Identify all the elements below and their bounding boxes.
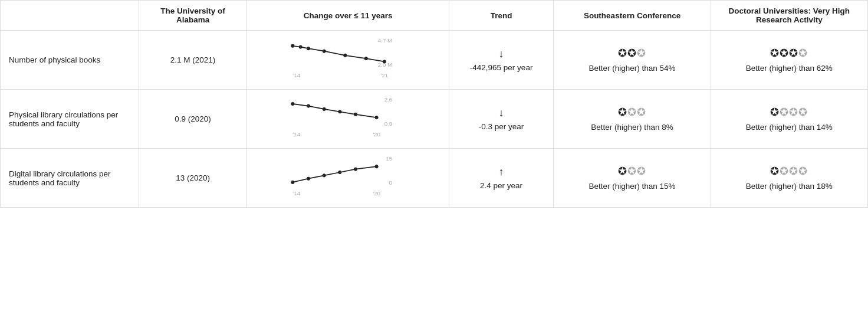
metric-value-cell: 0.9 (2020) (139, 90, 247, 149)
conf-perf-cell: ✪✪✪Better (higher) than 8% (554, 90, 711, 149)
header-row: The University of Alabama Change over ≤ … (1, 1, 868, 31)
trend-text: -0.3 per year (479, 122, 524, 131)
main-table-wrapper: The University of Alabama Change over ≤ … (0, 0, 868, 321)
chart-dot (291, 181, 294, 184)
conf-perf-cell: ✪✪✪Better (higher) than 54% (554, 31, 711, 90)
star-empty: ✪ (789, 165, 798, 177)
doc-perf-cell: ✪✪✪✪Better (higher) than 14% (711, 90, 867, 149)
trend-arrow: ↓ (458, 46, 545, 62)
header-chart: Change over ≤ 11 years (247, 1, 449, 31)
header-value: The University of Alabama (139, 1, 247, 31)
chart-val-high: 4.7 M (378, 37, 392, 44)
star-empty: ✪ (637, 47, 646, 59)
chart-dot (307, 177, 310, 180)
chart-dot (375, 116, 378, 119)
trend-arrow: ↓ (458, 105, 545, 121)
chart-year-end: '20 (373, 131, 381, 137)
chart-dot (375, 165, 378, 168)
chart-dot (291, 44, 294, 47)
conf-perf-cell: ✪✪✪Better (higher) than 15% (554, 149, 711, 208)
star-filled: ✪ (789, 47, 798, 59)
chart-line (293, 166, 377, 182)
conf-perf-text: Better (higher) than 8% (591, 123, 673, 132)
chart-year-start: '14 (293, 72, 301, 78)
star-filled: ✪ (780, 47, 789, 59)
chart-line (293, 46, 385, 62)
chart-val-high: 2.6 (384, 96, 393, 103)
chart-cell: 15 0 '14 '20 (247, 149, 449, 208)
star-filled: ✪ (770, 47, 780, 59)
trend-cell: ↓-0.3 per year (449, 90, 554, 149)
metric-value-cell: 2.1 M (2021) (139, 31, 247, 90)
chart-dot (291, 102, 294, 105)
chart-svg: 15 0 '14 '20 (253, 153, 442, 201)
star-empty: ✪ (798, 47, 808, 59)
chart-dot (323, 174, 326, 177)
chart-line (293, 104, 377, 117)
chart-val-low: 0 (389, 179, 393, 186)
chart-dot (365, 57, 368, 60)
star-empty: ✪ (780, 165, 789, 177)
trend-text: -442,965 per year (470, 63, 533, 72)
chart-dot (323, 107, 326, 110)
star-filled: ✪ (770, 106, 780, 118)
chart-svg: 4.7 M 2.0 M '14 '21 (253, 35, 442, 83)
metric-name-cell: Number of physical books (1, 31, 139, 90)
header-metric (1, 1, 139, 31)
chart-year-start: '14 (293, 190, 301, 196)
star-empty: ✪ (627, 106, 637, 118)
chart-cell: 2.6 0.9 '14 '20 (247, 90, 449, 149)
chart-dot (323, 50, 326, 53)
table-row: Physical library circulations per studen… (1, 90, 868, 149)
star-filled: ✪ (618, 106, 627, 118)
table-row: Number of physical books2.1 M (2021) 4.7… (1, 31, 868, 90)
chart-dot (344, 54, 347, 57)
header-trend: Trend (449, 1, 554, 31)
metric-name-cell: Digital library circulations per student… (1, 149, 139, 208)
chart-val-high: 15 (386, 155, 393, 162)
header-conf: Southeastern Conference (554, 1, 711, 31)
trend-cell: ↓-442,965 per year (449, 31, 554, 90)
doc-perf-cell: ✪✪✪✪Better (higher) than 18% (711, 149, 867, 208)
chart-dot (338, 110, 341, 113)
star-empty: ✪ (637, 106, 646, 118)
star-empty: ✪ (780, 106, 789, 118)
conf-perf-text: Better (higher) than 54% (588, 64, 675, 73)
header-doc: Doctoral Universities: Very High Researc… (711, 1, 867, 31)
trend-text: 2.4 per year (480, 181, 522, 190)
chart-dot (383, 60, 386, 63)
chart-cell: 4.7 M 2.0 M '14 '21 (247, 31, 449, 90)
star-empty: ✪ (637, 165, 646, 177)
doc-perf-text: Better (higher) than 18% (746, 182, 833, 191)
chart-year-end: '20 (373, 190, 381, 196)
star-empty: ✪ (627, 165, 637, 177)
table-row: Digital library circulations per student… (1, 149, 868, 208)
chart-dot (354, 113, 357, 116)
star-filled: ✪ (618, 165, 627, 177)
star-empty: ✪ (798, 106, 808, 118)
chart-val-low: 0.9 (384, 120, 393, 127)
chart-dot (307, 104, 310, 107)
star-empty: ✪ (798, 165, 808, 177)
chart-dot (307, 47, 310, 50)
star-empty: ✪ (789, 106, 798, 118)
star-filled: ✪ (627, 47, 637, 59)
data-table: The University of Alabama Change over ≤ … (0, 0, 868, 208)
doc-perf-text: Better (higher) than 14% (746, 123, 833, 132)
chart-dot (299, 45, 302, 48)
metric-value-cell: 13 (2020) (139, 149, 247, 208)
star-filled: ✪ (618, 47, 627, 59)
chart-dot (354, 168, 357, 171)
chart-svg: 2.6 0.9 '14 '20 (253, 94, 442, 142)
chart-year-start: '14 (293, 131, 301, 137)
conf-perf-text: Better (higher) than 15% (588, 182, 675, 191)
trend-arrow: ↑ (458, 164, 545, 180)
star-filled: ✪ (770, 165, 780, 177)
metric-name-cell: Physical library circulations per studen… (1, 90, 139, 149)
trend-cell: ↑2.4 per year (449, 149, 554, 208)
chart-dot (338, 171, 341, 173)
chart-year-end: '21 (381, 72, 389, 78)
doc-perf-text: Better (higher) than 62% (746, 64, 833, 73)
doc-perf-cell: ✪✪✪✪Better (higher) than 62% (711, 31, 867, 90)
